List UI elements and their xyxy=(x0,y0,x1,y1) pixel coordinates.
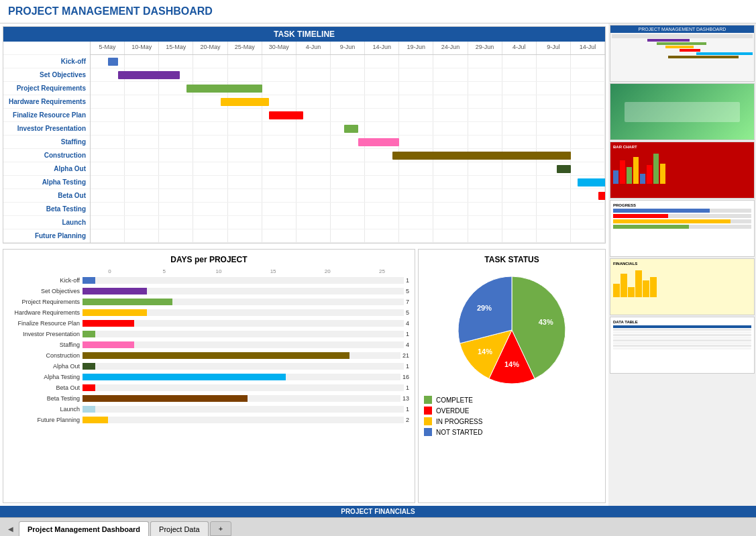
tab-dashboard-label: Project Management Dashboard xyxy=(28,525,140,533)
thumbnail-3[interactable]: BAR CHART xyxy=(610,142,755,199)
gantt-grid-line xyxy=(159,136,193,148)
gantt-grid-line xyxy=(125,122,159,135)
pie-legend: COMPLETEOVERDUEIN PROGRESSNOT STARTED xyxy=(424,396,482,436)
legend-color xyxy=(424,396,432,404)
gantt-grid-line xyxy=(365,216,399,229)
tb2 xyxy=(620,274,627,297)
bar-fill xyxy=(83,288,147,294)
bar-axis: 0510152025 xyxy=(83,268,409,274)
gantt-task-label: Beta Out xyxy=(3,189,90,203)
gantt-task-label: Finalize Resource Plan xyxy=(3,109,90,122)
gantt-header-spacer xyxy=(3,42,90,55)
gantt-grid-line xyxy=(228,136,262,148)
legend-label: NOT STARTED xyxy=(436,429,482,436)
thumb1-title: PROJECT MANAGEMENT DASHBOARD xyxy=(610,25,754,33)
t3b6 xyxy=(647,165,652,184)
gantt-grid-line xyxy=(468,95,502,108)
tb5 xyxy=(643,280,649,297)
gantt-grid-line xyxy=(502,176,537,189)
gantt-grid-line xyxy=(502,82,537,95)
gantt-task-label: Launch xyxy=(3,216,90,229)
bar-chart-row: Launch1 xyxy=(9,405,409,414)
gantt-grid-line xyxy=(365,189,399,202)
thumbnail-2[interactable] xyxy=(610,83,755,140)
legend-item: IN PROGRESS xyxy=(424,417,482,425)
bar-fill xyxy=(83,320,134,327)
gantt-grid-line xyxy=(433,82,468,95)
thumb3-label: BAR CHART xyxy=(613,145,751,149)
legend-item: OVERDUE xyxy=(424,407,482,415)
tab-project-data[interactable]: Project Data xyxy=(150,521,209,536)
tab-add[interactable]: + xyxy=(210,521,231,536)
gantt-grid-line xyxy=(262,82,296,95)
gantt-grid-line xyxy=(228,55,262,68)
gantt-grid-line xyxy=(296,176,331,189)
tr6 xyxy=(613,342,751,344)
gantt-grid-line xyxy=(91,149,125,162)
bar-fill xyxy=(83,363,95,370)
gantt-grid-line xyxy=(125,229,159,242)
gantt-grid-line xyxy=(365,55,399,68)
gantt-task-label: Alpha Testing xyxy=(3,176,90,189)
gantt-date-cell: 4-Jun xyxy=(296,42,331,54)
gantt-bar xyxy=(269,111,303,119)
gantt-grid-line xyxy=(433,189,468,202)
pie-label: 29% xyxy=(477,304,492,312)
gantt-task-label: Beta Testing xyxy=(3,203,90,216)
gantt-grid-line xyxy=(537,95,571,108)
gantt-grid-line xyxy=(296,68,331,81)
scroll-arrow[interactable]: ◀ xyxy=(5,521,16,536)
pie-svg: 43%14%14%29% xyxy=(451,270,572,390)
gantt-grid-line xyxy=(399,95,433,108)
gantt-grid-line xyxy=(571,95,605,108)
gantt-grid-line xyxy=(193,176,227,189)
gantt-grid-line xyxy=(468,122,502,135)
gantt-bar xyxy=(186,85,262,93)
gantt-date-cell: 24-Jun xyxy=(433,42,468,54)
gantt-grid-line xyxy=(125,136,159,148)
thumbnail-4[interactable]: PROGRESS xyxy=(610,200,755,257)
gantt-grid-line xyxy=(468,162,502,175)
gantt-grid-line xyxy=(537,136,571,148)
gantt-grid-line xyxy=(537,203,571,215)
gantt-grid-line xyxy=(433,109,468,121)
gantt-task-label: Alpha Out xyxy=(3,162,90,176)
gantt-grid-line xyxy=(331,216,365,229)
gantt-grid-line xyxy=(125,176,159,189)
tab-dashboard[interactable]: Project Management Dashboard xyxy=(19,521,149,536)
page-title: PROJECT MANAGEMENT DASHBOARD xyxy=(8,5,213,17)
gantt-grid-line xyxy=(159,122,193,135)
bar-axis-label: 15 xyxy=(246,268,301,274)
legend-color xyxy=(424,407,432,415)
gantt-grid-line xyxy=(296,229,331,242)
gantt-grid-line xyxy=(262,55,296,68)
gantt-task-row xyxy=(91,109,605,122)
gantt-chart-area: 5-May10-May15-May20-May25-May30-May4-Jun… xyxy=(91,42,605,243)
tb6 xyxy=(650,277,657,297)
gantt-grid-line xyxy=(193,149,227,162)
legend-color xyxy=(424,417,432,425)
gantt-grid-line xyxy=(571,122,605,135)
gantt-grid-line xyxy=(91,189,125,202)
thumb-bar xyxy=(665,46,694,48)
financials-header: PROJECT FINANCIALS xyxy=(0,506,756,517)
gantt-bar xyxy=(598,192,605,200)
thumbnail-1[interactable]: PROJECT MANAGEMENT DASHBOARD xyxy=(610,25,755,82)
thumbnail-6[interactable]: DATA TABLE xyxy=(610,317,755,374)
thumb4-label: PROGRESS xyxy=(613,203,751,207)
gantt-grid-line xyxy=(502,136,537,148)
gantt-grid-line xyxy=(262,122,296,135)
gantt-grid-line xyxy=(365,122,399,135)
gantt-task-label: Construction xyxy=(3,149,90,162)
gantt-grid-line xyxy=(125,189,159,202)
gantt-grid-line xyxy=(468,136,502,148)
gantt-bar xyxy=(344,125,358,133)
thumb3-bars xyxy=(613,150,751,184)
gantt-date-cell: 15-May xyxy=(159,42,193,54)
gantt-grid-line xyxy=(468,55,502,68)
thumbnail-5[interactable]: FINANCIALS xyxy=(610,258,755,315)
thumb2-content xyxy=(610,84,754,140)
gantt-grid-line xyxy=(365,82,399,95)
bar-item-label: Staffing xyxy=(9,341,83,348)
bar-chart-row: Project Requirements7 xyxy=(9,297,409,307)
